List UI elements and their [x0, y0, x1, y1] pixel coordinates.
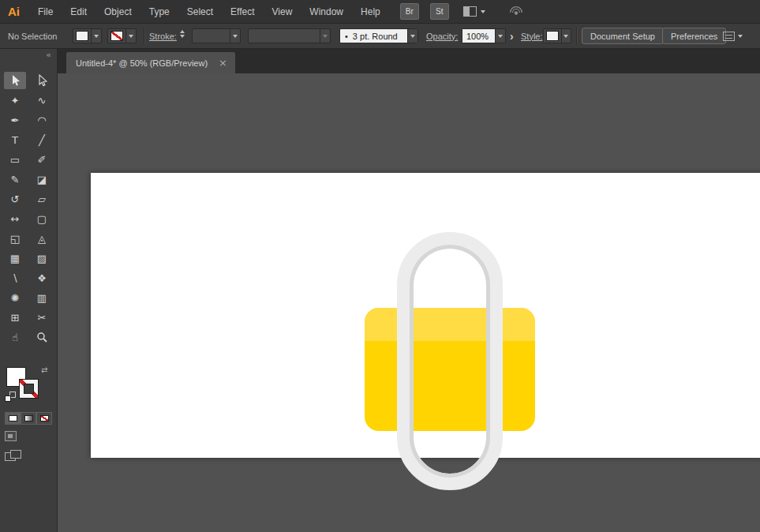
- separator: [576, 27, 578, 45]
- menu-item-file[interactable]: File: [29, 6, 62, 17]
- control-panel-menu[interactable]: [723, 24, 743, 48]
- column-graph-tool[interactable]: ▥: [31, 289, 53, 306]
- line-segment-tool[interactable]: ╱: [31, 131, 53, 148]
- opacity-flyout-arrow[interactable]: ›: [510, 24, 514, 48]
- zoom-icon: [36, 332, 47, 343]
- mesh-tool[interactable]: ▦: [4, 249, 26, 267]
- scale-tool[interactable]: ▱: [31, 190, 53, 208]
- tool-grid: ✦ ∿ ✒ ◠ T ╱ ▭ ✐ ✎ ◪ ↺ ▱ ↔ ▢ ◱ ◬ ▦ ▨ ∖ ❖ …: [0, 72, 57, 346]
- control-bar: No Selection Stroke: • 3 pt. Round: [0, 24, 760, 49]
- none-button[interactable]: [36, 412, 52, 425]
- stepper-down-icon[interactable]: [180, 35, 185, 38]
- style-label[interactable]: Style:: [521, 24, 543, 48]
- chevron-down-icon: [481, 10, 485, 13]
- separator: [144, 27, 145, 45]
- magic-wand-icon: ✦: [11, 96, 20, 106]
- profile-bullet: •: [345, 32, 348, 41]
- canvas[interactable]: [58, 73, 760, 532]
- tab-bar: Untitled-4* @ 50% (RGB/Preview) ×: [58, 49, 760, 73]
- style-dropdown[interactable]: [543, 28, 571, 43]
- magic-wand-tool[interactable]: ✦: [4, 92, 26, 109]
- stepper-up-icon[interactable]: [180, 30, 185, 33]
- document-tab[interactable]: Untitled-4* @ 50% (RGB/Preview) ×: [66, 52, 235, 73]
- shackle-inner-edge: [414, 249, 486, 474]
- swap-fill-stroke-icon[interactable]: ⇄: [41, 365, 47, 374]
- opacity-label[interactable]: Opacity:: [426, 24, 458, 48]
- document-setup-button[interactable]: Document Setup: [582, 28, 664, 44]
- stroke-color-indicator[interactable]: [19, 379, 39, 399]
- perspective-grid-tool[interactable]: ◬: [31, 230, 53, 247]
- default-fill-stroke-icon[interactable]: [5, 392, 16, 402]
- color-button[interactable]: [5, 412, 21, 425]
- selection-status: No Selection: [8, 24, 57, 48]
- stroke-weight-stepper[interactable]: [180, 30, 185, 38]
- bridge-button[interactable]: Br: [400, 3, 419, 20]
- brush-definition-dropdown[interactable]: [248, 28, 331, 43]
- pencil-tool[interactable]: ✎: [4, 170, 26, 188]
- eyedropper-icon: ∖: [12, 273, 18, 283]
- panel-collapse-icon[interactable]: «: [0, 49, 57, 62]
- hand-tool[interactable]: ☝: [4, 328, 26, 346]
- fill-swatch: [76, 31, 88, 41]
- chevron-down-icon: [738, 35, 743, 38]
- arrange-documents-button[interactable]: [463, 6, 485, 17]
- variable-width-profile-dropdown[interactable]: • 3 pt. Round: [339, 28, 418, 43]
- menu-item-window[interactable]: Window: [301, 6, 352, 17]
- column-graph-icon: ▥: [37, 293, 47, 303]
- direct-selection-tool[interactable]: [31, 72, 53, 89]
- opacity-dropdown[interactable]: 100%: [462, 28, 506, 43]
- screen-mode-button[interactable]: [5, 450, 52, 463]
- rectangle-tool[interactable]: ▭: [4, 151, 26, 168]
- menu-item-view[interactable]: View: [264, 6, 301, 17]
- pen-tool[interactable]: ✒: [4, 111, 26, 129]
- chevron-down-icon: [94, 35, 99, 38]
- eraser-tool[interactable]: ◪: [31, 170, 53, 188]
- preferences-button[interactable]: Preferences: [662, 28, 726, 44]
- gradient-button[interactable]: [21, 412, 36, 425]
- tools-panel: « ✦ ∿ ✒ ◠ T ╱ ▭ ✐ ✎ ◪ ↺ ▱ ↔: [0, 49, 58, 532]
- slice-icon: ✂: [38, 313, 47, 323]
- stroke-weight-label[interactable]: Stroke:: [149, 24, 177, 48]
- blend-tool[interactable]: ❖: [31, 269, 53, 287]
- stroke-indicator-hole: [24, 384, 34, 394]
- stock-button[interactable]: St: [430, 3, 449, 20]
- eyedropper-tool[interactable]: ∖: [4, 269, 26, 287]
- line-segment-icon: ╱: [39, 135, 45, 145]
- style-swatch: [546, 31, 559, 41]
- menu-item-object[interactable]: Object: [95, 6, 140, 17]
- menu-item-type[interactable]: Type: [140, 6, 178, 17]
- selection-icon: [9, 74, 21, 87]
- zoom-tool[interactable]: [31, 328, 53, 346]
- tab-close-icon[interactable]: ×: [219, 57, 227, 69]
- rotate-icon: ↺: [11, 194, 20, 204]
- gradient-icon: ▨: [37, 253, 47, 264]
- gradient-tool[interactable]: ▨: [31, 249, 53, 267]
- selection-tool[interactable]: [4, 72, 26, 89]
- stroke-weight-dropdown[interactable]: [192, 28, 241, 43]
- menu-item-help[interactable]: Help: [352, 6, 389, 17]
- drawing-mode-button[interactable]: [5, 431, 52, 442]
- menu-item-effect[interactable]: Effect: [222, 6, 263, 17]
- menu-item-select[interactable]: Select: [178, 6, 222, 17]
- free-transform-icon: ▢: [37, 214, 47, 224]
- lasso-tool[interactable]: ∿: [31, 92, 53, 109]
- rotate-tool[interactable]: ↺: [4, 190, 26, 208]
- chevron-down-icon: [323, 35, 328, 38]
- perspective-grid-icon: ◬: [38, 234, 46, 244]
- shape-builder-tool[interactable]: ◱: [4, 230, 26, 247]
- profile-value: 3 pt. Round: [353, 32, 398, 41]
- stroke-color-dropdown[interactable]: [107, 28, 137, 43]
- artboard-tool[interactable]: ⊞: [4, 309, 26, 326]
- touch-workspace-icon[interactable]: [509, 4, 523, 19]
- curvature-tool[interactable]: ◠: [31, 111, 53, 129]
- slice-tool[interactable]: ✂: [31, 309, 53, 326]
- free-transform-tool[interactable]: ▢: [31, 210, 53, 227]
- paintbrush-tool[interactable]: ✐: [31, 151, 53, 168]
- panel-menu-icon: [723, 32, 735, 41]
- width-tool[interactable]: ↔: [4, 210, 26, 227]
- menu-item-edit[interactable]: Edit: [62, 6, 95, 17]
- drawing-mode-icon: [5, 431, 17, 441]
- fill-color-dropdown[interactable]: [73, 28, 102, 43]
- type-tool[interactable]: T: [4, 131, 26, 148]
- symbol-sprayer-tool[interactable]: ✺: [4, 289, 26, 306]
